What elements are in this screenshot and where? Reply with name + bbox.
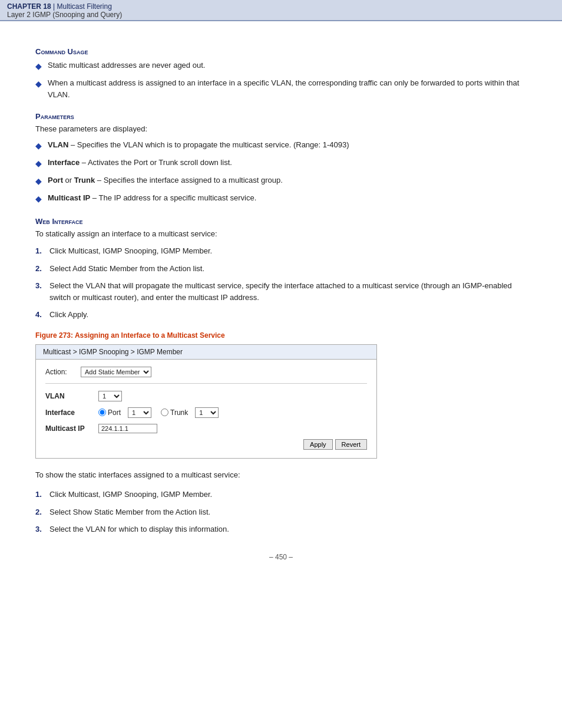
param-vlan-text: – Specifies the VLAN which is to propaga… (68, 140, 349, 149)
param-multicast-ip-bold: Multicast IP (48, 193, 90, 202)
vlan-select[interactable]: 1 (98, 391, 122, 401)
parameters-intro: These parameters are displayed: (35, 124, 527, 133)
list-item: 2. Select Add Static Member from the Act… (35, 263, 527, 275)
trunk-radio[interactable] (161, 409, 168, 416)
param-trunk-bold: Trunk (74, 176, 95, 185)
page-number: – 450 – (35, 553, 527, 561)
show-step-3: Select the VLAN for which to display thi… (49, 523, 527, 535)
action-select[interactable]: Add Static Member (81, 367, 151, 377)
param-multicast-ip: Multicast IP – The IP address for a spec… (48, 192, 527, 204)
show-steps-list: 1. Click Multicast, IGMP Snooping, IGMP … (35, 489, 527, 535)
list-item: 3. Select the VLAN that will propagate t… (35, 280, 527, 303)
figure-buttons: Apply Revert (45, 439, 367, 450)
bullet-text-2: When a multicast address is assigned to … (48, 77, 527, 100)
step-text-2: Select Add Static Member from the Action… (49, 263, 527, 275)
assign-steps-list: 1. Click Multicast, IGMP Snooping, IGMP … (35, 245, 527, 321)
vlan-row: VLAN 1 (45, 391, 367, 401)
list-item: ◆ Multicast IP – The IP address for a sp… (35, 192, 527, 205)
figure-header: Multicast > IGMP Snooping > IGMP Member (36, 345, 376, 360)
show-step-2: Select Show Static Member from the Actio… (49, 506, 527, 518)
param-multicast-ip-text: – The IP address for a specific multicas… (90, 193, 256, 202)
vlan-label: VLAN (45, 392, 98, 400)
list-item: 2. Select Show Static Member from the Ac… (35, 506, 527, 518)
chapter-title: Multicast Filtering (57, 2, 111, 11)
param-vlan-bold: VLAN (48, 140, 68, 149)
step-num: 2. (35, 263, 49, 275)
list-item: 3. Select the VLAN for which to display … (35, 523, 527, 535)
trunk-label: Trunk (170, 409, 188, 417)
bullet-diamond: ◆ (35, 193, 42, 205)
param-or: or (63, 176, 74, 185)
param-vlan: VLAN – Specifies the VLAN which is to pr… (48, 139, 527, 151)
step-text-1: Click Multicast, IGMP Snooping, IGMP Mem… (49, 245, 527, 257)
trunk-select[interactable]: 1 (195, 407, 219, 418)
step-num: 3. (35, 523, 49, 535)
bullet-diamond: ◆ (35, 60, 42, 73)
list-item: ◆ When a multicast address is assigned t… (35, 77, 527, 100)
param-interface-bold: Interface (48, 158, 80, 167)
list-item: ◆ Port or Trunk – Specifies the interfac… (35, 174, 527, 187)
command-usage-list: ◆ Static multicast addresses are never a… (35, 60, 527, 100)
multicast-ip-label: Multicast IP (45, 424, 98, 433)
page-header: CHAPTER 18 | Multicast Filtering Layer 2… (0, 0, 562, 21)
interface-label: Interface (45, 409, 98, 417)
command-usage-title: Command Usage (35, 47, 527, 56)
web-interface-title: Web Interface (35, 217, 527, 226)
param-trunk-text: – Specifies the interface assigned to a … (95, 176, 283, 185)
interface-row: Interface Port 1 Trunk 1 (45, 407, 367, 418)
interface-controls: Port 1 Trunk 1 (98, 407, 219, 418)
figure-body: Action: Add Static Member VLAN 1 Interfa… (36, 360, 376, 458)
list-item: 1. Click Multicast, IGMP Snooping, IGMP … (35, 489, 527, 500)
step-num: 4. (35, 309, 49, 321)
chapter-separator: | (51, 2, 57, 11)
show-step-1: Click Multicast, IGMP Snooping, IGMP Mem… (49, 489, 527, 500)
list-item: 1. Click Multicast, IGMP Snooping, IGMP … (35, 245, 527, 257)
apply-button[interactable]: Apply (303, 439, 333, 450)
action-label: Action: (45, 368, 81, 376)
list-item: ◆ VLAN – Specifies the VLAN which is to … (35, 139, 527, 152)
step-num: 1. (35, 245, 49, 257)
port-select[interactable]: 1 (128, 407, 151, 418)
trunk-radio-label[interactable]: Trunk (161, 409, 188, 417)
param-interface: Interface – Activates the Port or Trunk … (48, 157, 527, 169)
divider (45, 383, 367, 384)
page-content: Command Usage ◆ Static multicast address… (0, 21, 562, 585)
list-item: 4. Click Apply. (35, 309, 527, 321)
bullet-text-1: Static multicast addresses are never age… (48, 60, 527, 71)
figure-box: Multicast > IGMP Snooping > IGMP Member … (35, 344, 377, 459)
chapter-line: CHAPTER 18 | Multicast Filtering (7, 2, 555, 11)
list-item: ◆ Interface – Activates the Port or Trun… (35, 157, 527, 170)
param-port-bold: Port (48, 176, 63, 185)
port-label: Port (108, 409, 121, 417)
multicast-ip-input[interactable] (98, 424, 157, 433)
step-text-3: Select the VLAN that will propagate the … (49, 280, 527, 303)
step-text-4: Click Apply. (49, 309, 527, 321)
action-row: Action: Add Static Member (45, 367, 367, 377)
bullet-diamond: ◆ (35, 157, 42, 170)
step-num: 3. (35, 280, 49, 292)
bullet-diamond: ◆ (35, 78, 42, 90)
figure-caption: Figure 273: Assigning an Interface to a … (35, 331, 527, 340)
multicast-ip-row: Multicast IP (45, 424, 367, 433)
assign-intro: To statically assign an interface to a m… (35, 229, 527, 238)
bullet-diamond: ◆ (35, 175, 42, 187)
list-item: ◆ Static multicast addresses are never a… (35, 60, 527, 73)
revert-button[interactable]: Revert (335, 439, 367, 450)
port-radio-label[interactable]: Port (98, 409, 121, 417)
show-intro: To show the static interfaces assigned t… (35, 469, 527, 481)
param-port-trunk: Port or Trunk – Specifies the interface … (48, 174, 527, 186)
step-num: 1. (35, 489, 49, 500)
parameters-list: ◆ VLAN – Specifies the VLAN which is to … (35, 139, 527, 205)
step-num: 2. (35, 506, 49, 518)
param-interface-text: – Activates the Port or Trunk scroll dow… (80, 158, 232, 167)
chapter-subtitle: Layer 2 IGMP (Snooping and Query) (7, 11, 555, 19)
port-radio[interactable] (98, 409, 106, 416)
chapter-number: CHAPTER 18 (7, 2, 51, 11)
parameters-title: Parameters (35, 112, 527, 121)
bullet-diamond: ◆ (35, 140, 42, 152)
